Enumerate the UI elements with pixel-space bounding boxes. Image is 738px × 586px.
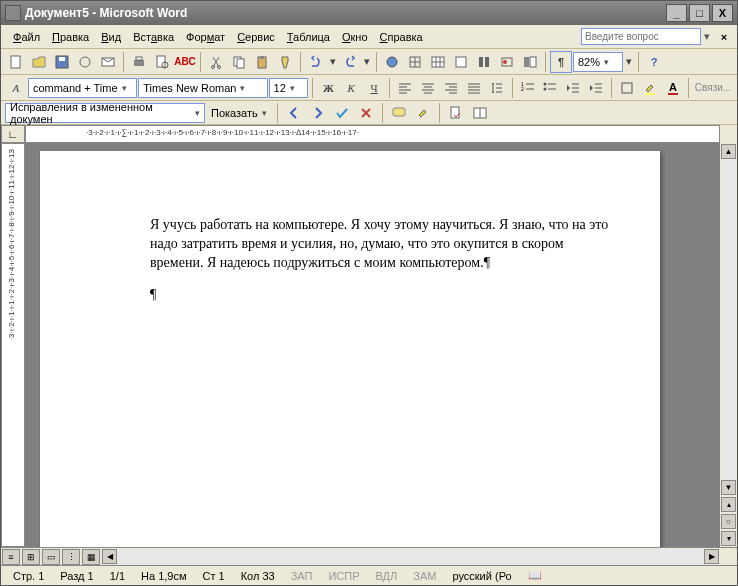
font-size-combo[interactable]: 12▾	[269, 78, 309, 98]
highlight-review-button[interactable]	[412, 102, 434, 124]
help-search-input[interactable]	[581, 28, 701, 45]
next-change-button[interactable]	[307, 102, 329, 124]
status-ext[interactable]: ВДЛ	[368, 570, 406, 582]
drawing-button[interactable]	[496, 51, 518, 73]
zoom-dropdown[interactable]: ▾	[624, 51, 634, 73]
insert-comment-button[interactable]	[388, 102, 410, 124]
menu-view[interactable]: Вид	[95, 29, 127, 45]
redo-dropdown[interactable]: ▾	[362, 51, 372, 73]
underline-button[interactable]: Ч	[363, 77, 385, 99]
status-language[interactable]: русский (Ро	[444, 570, 519, 582]
page-scroll-area[interactable]: Я учусь работать на компьютере. Я хочу э…	[25, 143, 720, 547]
show-button[interactable]: Показать▾	[207, 103, 272, 123]
outline-view-button[interactable]: ⋮	[62, 549, 80, 565]
docmap-button[interactable]	[519, 51, 541, 73]
align-right-button[interactable]	[440, 77, 462, 99]
links-label[interactable]: Связи...	[693, 82, 733, 93]
minimize-button[interactable]: _	[666, 4, 687, 22]
font-combo[interactable]: Times New Roman▾	[138, 78, 267, 98]
horizontal-ruler[interactable]: ·3·ı·2·ı·1·ı·∑·ı·1·ı·2·ı·3·ı·4·ı·5·ı·6·ı…	[25, 125, 720, 143]
undo-dropdown[interactable]: ▾	[328, 51, 338, 73]
status-ovr[interactable]: ЗАМ	[405, 570, 444, 582]
svg-text:2: 2	[521, 86, 524, 92]
hyperlink-button[interactable]	[381, 51, 403, 73]
tab-selector[interactable]: ∟	[1, 125, 25, 143]
show-formatting-button[interactable]: ¶	[550, 51, 572, 73]
highlight-button[interactable]	[639, 77, 661, 99]
increase-indent-button[interactable]	[585, 77, 607, 99]
browse-object-button[interactable]: ○	[721, 514, 736, 529]
columns-button[interactable]	[473, 51, 495, 73]
print-preview-button[interactable]	[151, 51, 173, 73]
numbering-button[interactable]: 12	[517, 77, 539, 99]
menu-file[interactable]: Файл	[7, 29, 46, 45]
styles-pane-button[interactable]: A	[5, 77, 27, 99]
excel-button[interactable]	[450, 51, 472, 73]
prev-change-button[interactable]	[283, 102, 305, 124]
decrease-indent-button[interactable]	[562, 77, 584, 99]
status-trk[interactable]: ИСПР	[320, 570, 367, 582]
tables-borders-button[interactable]	[404, 51, 426, 73]
help-dropdown-icon[interactable]: ▾	[701, 30, 713, 43]
italic-button[interactable]: К	[340, 77, 362, 99]
redo-button[interactable]	[339, 51, 361, 73]
menu-format[interactable]: Формат	[180, 29, 231, 45]
insert-table-button[interactable]	[427, 51, 449, 73]
horizontal-scrollbar[interactable]: ◀ ▶	[101, 549, 720, 565]
scroll-up-button[interactable]: ▲	[721, 144, 736, 159]
menu-edit[interactable]: Правка	[46, 29, 95, 45]
accept-change-button[interactable]	[331, 102, 353, 124]
close-button[interactable]: X	[712, 4, 733, 22]
save-button[interactable]	[51, 51, 73, 73]
new-doc-button[interactable]	[5, 51, 27, 73]
menu-window[interactable]: Окно	[336, 29, 374, 45]
open-button[interactable]	[28, 51, 50, 73]
align-center-button[interactable]	[417, 77, 439, 99]
permission-button[interactable]	[74, 51, 96, 73]
align-justify-button[interactable]	[463, 77, 485, 99]
bullets-button[interactable]	[539, 77, 561, 99]
style-combo[interactable]: command + Time▾	[28, 78, 137, 98]
vertical-ruler[interactable]: ·3·ı·2·ı·1·ı·1·ı·2·ı·3·ı·4·ı·5·ı·6·ı·7·ı…	[1, 143, 25, 547]
line-spacing-button[interactable]	[486, 77, 508, 99]
next-page-button[interactable]: ▾	[721, 531, 736, 546]
vertical-scrollbar[interactable]: ▲ ▼ ▴ ○ ▾	[720, 143, 737, 547]
paste-button[interactable]	[251, 51, 273, 73]
menu-table[interactable]: Таблица	[281, 29, 336, 45]
align-left-button[interactable]	[394, 77, 416, 99]
help-button[interactable]: ?	[643, 51, 665, 73]
reviewing-pane-button[interactable]	[469, 102, 491, 124]
borders-button[interactable]	[616, 77, 638, 99]
spelling-button[interactable]: ABC	[174, 51, 196, 73]
email-button[interactable]	[97, 51, 119, 73]
font-color-button[interactable]: A	[662, 77, 684, 99]
reject-change-button[interactable]	[355, 102, 377, 124]
status-book-icon[interactable]: 📖	[520, 569, 550, 582]
zoom-combo[interactable]: 82%▾	[573, 52, 623, 72]
display-review-combo[interactable]: Исправления в измененном докумен▾	[5, 103, 205, 123]
print-layout-button[interactable]: ▭	[42, 549, 60, 565]
web-view-button[interactable]: ⊞	[22, 549, 40, 565]
svg-rect-6	[136, 57, 142, 60]
status-rec[interactable]: ЗАП	[283, 570, 321, 582]
menu-insert[interactable]: Вставка	[127, 29, 180, 45]
scroll-right-button[interactable]: ▶	[704, 549, 719, 564]
bold-button[interactable]: Ж	[317, 77, 339, 99]
scroll-left-button[interactable]: ◀	[102, 549, 117, 564]
menu-help[interactable]: Справка	[374, 29, 429, 45]
scroll-down-button[interactable]: ▼	[721, 480, 736, 495]
document-page[interactable]: Я учусь работать на компьютере. Я хочу э…	[40, 151, 660, 547]
cut-button[interactable]	[205, 51, 227, 73]
track-changes-button[interactable]	[445, 102, 467, 124]
undo-button[interactable]	[305, 51, 327, 73]
copy-button[interactable]	[228, 51, 250, 73]
prev-page-button[interactable]: ▴	[721, 497, 736, 512]
format-painter-button[interactable]	[274, 51, 296, 73]
reading-view-button[interactable]: ▦	[82, 549, 100, 565]
maximize-button[interactable]: □	[689, 4, 710, 22]
print-button[interactable]	[128, 51, 150, 73]
normal-view-button[interactable]: ≡	[2, 549, 20, 565]
document-text[interactable]: Я учусь работать на компьютере. Я хочу э…	[150, 216, 610, 273]
close-help-button[interactable]: ×	[717, 31, 731, 43]
menu-tools[interactable]: Сервис	[231, 29, 281, 45]
